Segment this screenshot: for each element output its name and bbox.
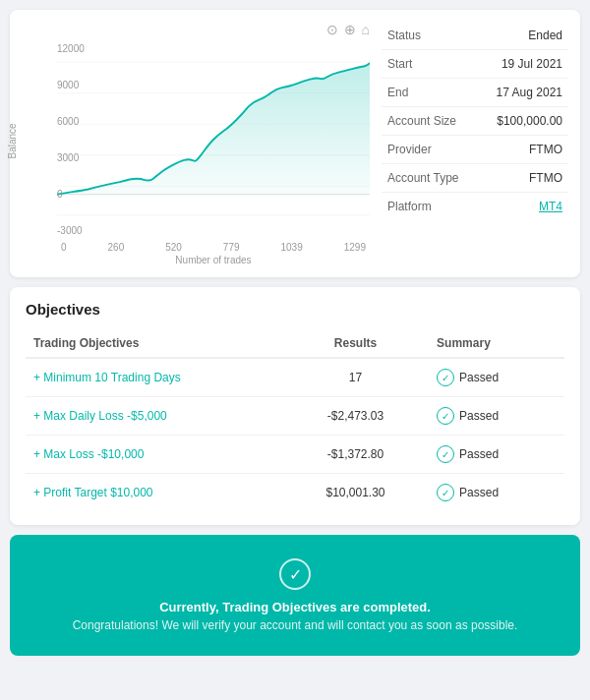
obj-row-summary: ✓Passed xyxy=(417,358,564,397)
obj-row-result: -$1,372.80 xyxy=(294,436,417,474)
provider-label: Provider xyxy=(382,136,478,164)
obj-row-summary: ✓Passed xyxy=(417,474,564,512)
obj-row-result: $10,001.30 xyxy=(294,474,417,512)
obj-row-summary: ✓Passed xyxy=(417,436,564,474)
status-label: Status xyxy=(382,22,478,50)
passed-check-icon: ✓ xyxy=(437,369,454,386)
obj-row-label[interactable]: + Minimum 10 Trading Days xyxy=(26,358,294,397)
info-row-account-size: Account Size $100,000.00 xyxy=(382,107,568,136)
chart-area: 12000 9000 6000 3000 0 -3000 xyxy=(57,41,370,238)
start-label: Start xyxy=(382,50,478,79)
banner-line1: Currently, Trading Objectives are comple… xyxy=(30,600,560,614)
banner-line2: Congratulations! We will verify your acc… xyxy=(30,618,560,632)
obj-row-label[interactable]: + Max Loss -$10,000 xyxy=(26,436,294,474)
completion-banner: ✓ Currently, Trading Objectives are comp… xyxy=(10,535,580,656)
passed-check-icon: ✓ xyxy=(437,484,454,501)
info-row-provider: Provider FTMO xyxy=(382,136,568,164)
end-label: End xyxy=(382,79,478,107)
chart-x-labels: 0 260 520 779 1039 1299 xyxy=(57,242,370,253)
account-size-label: Account Size xyxy=(382,107,478,136)
info-row-platform: Platform MT4 xyxy=(382,193,568,221)
obj-table-row: + Max Loss -$10,000-$1,372.80✓Passed xyxy=(26,436,564,474)
info-row-start: Start 19 Jul 2021 xyxy=(382,50,568,79)
reset-zoom-icon[interactable]: ⊙ xyxy=(326,22,338,37)
top-section: ⊙ ⊕ ⌂ Balance xyxy=(10,10,580,277)
passed-check-icon: ✓ xyxy=(437,407,454,425)
obj-row-summary: ✓Passed xyxy=(417,397,564,436)
obj-row-result: -$2,473.03 xyxy=(294,397,417,436)
obj-table-row: + Max Daily Loss -$5,000-$2,473.03✓Passe… xyxy=(26,397,564,436)
obj-row-label[interactable]: + Profit Target $10,000 xyxy=(26,474,294,512)
start-value: 19 Jul 2021 xyxy=(478,50,568,79)
objectives-section: Objectives Trading Objectives Results Su… xyxy=(10,287,580,525)
obj-table-row: + Profit Target $10,000$10,001.30✓Passed xyxy=(26,474,564,512)
banner-check-icon: ✓ xyxy=(279,558,311,590)
account-size-value: $100,000.00 xyxy=(478,107,568,136)
provider-value: FTMO xyxy=(478,136,568,164)
passed-label: Passed xyxy=(459,447,499,461)
account-type-value: FTMO xyxy=(478,164,568,193)
chart-controls: ⊙ ⊕ ⌂ xyxy=(22,22,370,37)
y-axis-label: Balance xyxy=(7,123,18,158)
info-row-account-type: Account Type FTMO xyxy=(382,164,568,193)
obj-row-result: 17 xyxy=(294,358,417,397)
col-header-results: Results xyxy=(294,329,417,358)
chart-y-labels: 12000 9000 6000 3000 0 -3000 xyxy=(57,41,85,238)
platform-label: Platform xyxy=(382,193,478,221)
passed-label: Passed xyxy=(459,371,499,384)
platform-value[interactable]: MT4 xyxy=(478,193,568,221)
info-row-end: End 17 Aug 2021 xyxy=(382,79,568,107)
objectives-title: Objectives xyxy=(26,301,564,318)
chart-wrapper: Balance xyxy=(22,41,370,265)
account-type-label: Account Type xyxy=(382,164,478,193)
chart-x-axis-label: Number of trades xyxy=(57,255,370,265)
obj-row-label[interactable]: + Max Daily Loss -$5,000 xyxy=(26,397,294,436)
col-header-summary: Summary xyxy=(417,329,564,358)
status-value: Ended xyxy=(478,22,568,50)
passed-label: Passed xyxy=(459,409,499,423)
end-value: 17 Aug 2021 xyxy=(478,79,568,107)
passed-label: Passed xyxy=(459,486,499,499)
info-table: Status Ended Start 19 Jul 2021 End 17 Au… xyxy=(382,22,568,265)
obj-table-row: + Minimum 10 Trading Days17✓Passed xyxy=(26,358,564,397)
col-header-objective: Trading Objectives xyxy=(26,329,294,358)
chart-container: ⊙ ⊕ ⌂ Balance xyxy=(22,22,370,265)
passed-check-icon: ✓ xyxy=(437,445,454,463)
info-row-status: Status Ended xyxy=(382,22,568,50)
objectives-table: Trading Objectives Results Summary + Min… xyxy=(26,329,564,511)
obj-table-header-row: Trading Objectives Results Summary xyxy=(26,329,564,358)
zoom-in-icon[interactable]: ⊕ xyxy=(344,22,356,37)
home-icon[interactable]: ⌂ xyxy=(362,22,370,37)
